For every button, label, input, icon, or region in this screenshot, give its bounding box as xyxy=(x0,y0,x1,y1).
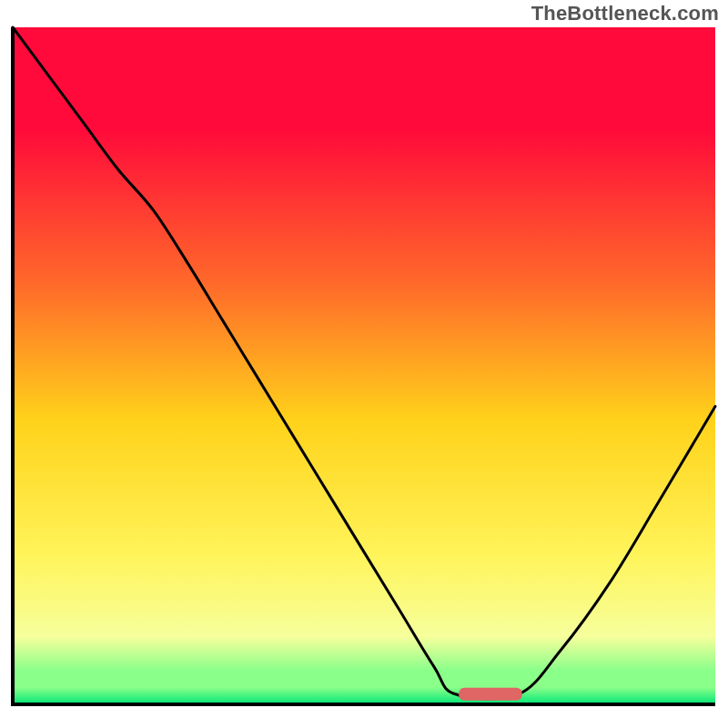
bottleneck-chart: TheBottleneck.com xyxy=(0,0,728,728)
gradient-background xyxy=(13,27,715,704)
optimum-marker xyxy=(459,688,522,701)
chart-svg xyxy=(0,0,728,728)
watermark-text: TheBottleneck.com xyxy=(531,2,719,25)
